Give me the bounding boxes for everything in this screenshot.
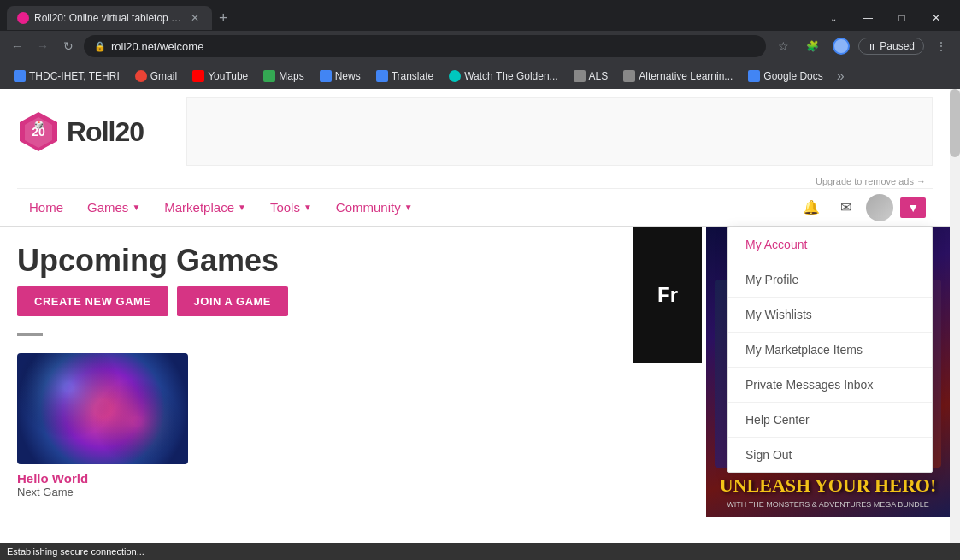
join-a-game-button[interactable]: JOIN A GAME <box>177 286 289 316</box>
url-text: roll20.net/welcome <box>111 40 203 53</box>
game-title: Hello World <box>17 471 188 486</box>
nav-right-section: 🔔 ✉ ▼ <box>798 194 933 221</box>
site-nav: Home Games ▼ Marketplace ▼ Tools ▼ Commu… <box>17 188 933 226</box>
advertisement-area <box>186 97 933 166</box>
status-text: Establishing secure connection... <box>7 546 144 557</box>
upgrade-text[interactable]: Upgrade to remove ads → <box>17 174 933 188</box>
bookmark-watch[interactable]: Watch The Golden... <box>442 68 564 84</box>
thdc-favicon <box>14 70 26 82</box>
bookmarks-bar: THDC-IHET, TEHRI Gmail YouTube Maps News… <box>0 62 960 89</box>
menu-item-my-profile[interactable]: My Profile <box>728 262 932 298</box>
create-new-game-button[interactable]: CREATE NEW GAME <box>17 286 168 316</box>
game-card-image <box>17 353 188 464</box>
svg-text:🎲: 🎲 <box>34 120 44 130</box>
maximize-button[interactable]: □ <box>885 3 919 33</box>
forward-button[interactable]: → <box>32 36 53 56</box>
watch-favicon <box>449 70 461 82</box>
back-button[interactable]: ← <box>7 36 27 56</box>
user-dropdown-button[interactable]: ▼ <box>900 197 926 218</box>
bookmark-maps[interactable]: Maps <box>256 68 310 84</box>
bookmark-thdc[interactable]: THDC-IHET, TEHRI <box>7 68 127 84</box>
nav-home[interactable]: Home <box>17 189 75 227</box>
status-bar: Establishing secure connection... <box>0 543 960 560</box>
tools-dropdown-icon: ▼ <box>303 203 312 212</box>
messages-icon-button[interactable]: ✉ <box>832 194 859 221</box>
nav-games[interactable]: Games ▼ <box>75 189 152 227</box>
close-button[interactable]: ✕ <box>919 3 953 33</box>
logo-text: Roll20 <box>67 116 144 148</box>
reload-button[interactable]: ↻ <box>58 36 79 56</box>
new-tab-button[interactable]: + <box>212 6 235 31</box>
nav-community[interactable]: Community ▼ <box>324 189 425 227</box>
menu-item-sign-out[interactable]: Sign Out <box>728 438 932 472</box>
tab-close-button[interactable]: ✕ <box>188 11 202 25</box>
menu-item-my-wishlists[interactable]: My Wishlists <box>728 298 932 333</box>
roll20-logo-icon: 20 🎲 <box>17 110 60 153</box>
docs-favicon <box>748 70 760 82</box>
translate-favicon <box>376 70 388 82</box>
tab-favicon <box>17 12 29 24</box>
page-scrollbar[interactable] <box>950 89 960 560</box>
ad-sub-description: WITH THE MONSTERS & ADVENTURES MEGA BUND… <box>727 500 928 509</box>
marketplace-dropdown-icon: ▼ <box>238 203 246 212</box>
address-field[interactable]: 🔒 roll20.net/welcome <box>84 35 766 57</box>
news-favicon <box>320 70 332 82</box>
bookmark-news[interactable]: News <box>313 68 368 84</box>
profile-circle[interactable] <box>829 34 853 58</box>
active-tab[interactable]: Roll20: Online virtual tabletop fo... ✕ <box>7 6 212 30</box>
chrome-menu-button[interactable]: ⋮ <box>929 34 953 58</box>
user-dropdown-menu: My Account My Profile My Wishlists My Ma… <box>727 227 933 473</box>
bookmark-gmail[interactable]: Gmail <box>128 68 184 84</box>
dark-fr-section: Fr <box>633 227 702 363</box>
ad-hero-text: UNLEASH YOUR HERO! <box>720 475 936 497</box>
bookmarks-more-button[interactable]: » <box>832 67 850 85</box>
menu-item-private-messages[interactable]: Private Messages Inbox <box>728 368 932 403</box>
lock-icon: 🔒 <box>94 41 106 52</box>
menu-item-my-account[interactable]: My Account <box>728 227 932 262</box>
tab-title: Roll20: Online virtual tabletop fo... <box>34 12 183 24</box>
fr-label: Fr <box>657 283 678 307</box>
star-button[interactable]: ☆ <box>771 34 795 58</box>
games-dropdown-icon: ▼ <box>132 203 140 212</box>
site-header: 20 🎲 Roll20 Upgrade to remove ads → Home… <box>0 89 950 227</box>
expand-button[interactable]: ⌄ <box>816 3 851 33</box>
nav-marketplace[interactable]: Marketplace ▼ <box>152 189 258 227</box>
extensions-button[interactable]: 🧩 <box>800 34 824 58</box>
bookmark-alt-learning[interactable]: Alternative Learnin... <box>616 68 739 84</box>
notification-bell-button[interactable]: 🔔 <box>798 194 825 221</box>
game-card-hello-world[interactable]: Hello World Next Game <box>17 353 188 498</box>
menu-item-help-center[interactable]: Help Center <box>728 403 932 438</box>
bookmark-als[interactable]: ALS <box>567 68 615 84</box>
minimize-button[interactable]: — <box>851 3 885 33</box>
user-avatar-button[interactable] <box>866 194 893 221</box>
bookmark-youtube[interactable]: YouTube <box>186 68 255 84</box>
als-favicon <box>574 70 586 82</box>
paused-button[interactable]: ⏸ Paused <box>858 38 924 55</box>
community-dropdown-icon: ▼ <box>404 203 413 212</box>
scrollbar-thumb[interactable] <box>950 89 960 157</box>
address-bar: ← → ↻ 🔒 roll20.net/welcome ☆ 🧩 ⏸ Paused … <box>0 31 960 62</box>
tab-bar: Roll20: Online virtual tabletop fo... ✕ … <box>0 0 960 31</box>
youtube-favicon <box>192 70 204 82</box>
bookmark-translate[interactable]: Translate <box>369 68 441 84</box>
game-thumbnail-canvas <box>17 353 188 464</box>
page-content: 20 🎲 Roll20 Upgrade to remove ads → Home… <box>0 89 950 560</box>
bookmark-google-docs[interactable]: Google Docs <box>741 68 829 84</box>
maps-favicon <box>263 70 275 82</box>
gmail-favicon <box>135 70 147 82</box>
nav-tools[interactable]: Tools ▼ <box>258 189 324 227</box>
alt-favicon <box>623 70 635 82</box>
site-logo[interactable]: 20 🎲 Roll20 <box>17 110 144 153</box>
menu-item-marketplace-items[interactable]: My Marketplace Items <box>728 333 932 368</box>
window-controls: ⌄ — □ ✕ <box>816 3 953 33</box>
browser-chrome: Roll20: Online virtual tabletop fo... ✕ … <box>0 0 960 89</box>
logo-row: 20 🎲 Roll20 <box>17 89 933 174</box>
game-next-label: Next Game <box>17 486 188 498</box>
section-divider <box>17 333 43 336</box>
